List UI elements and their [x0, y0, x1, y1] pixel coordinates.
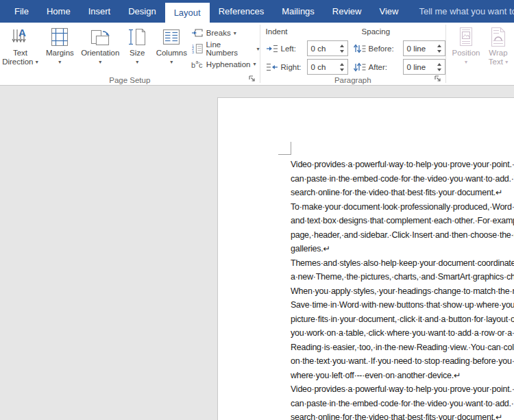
document-line: Video·provides·a·powerful·way·to·help·yo…: [291, 158, 514, 172]
document-page[interactable]: Video·provides·a·powerful·way·to·help·yo…: [217, 97, 514, 420]
columns-label: Columns: [156, 49, 187, 57]
spinner-down-icon[interactable]: [340, 50, 344, 53]
chevron-down-icon: ▾: [136, 59, 138, 65]
spacing-before-label: Before:: [369, 45, 394, 53]
spinner-down-icon[interactable]: [437, 50, 441, 53]
wrap-text-button[interactable]: Wrap Text ▾: [482, 23, 514, 72]
spacing-before-spinner[interactable]: [435, 45, 445, 53]
document-canvas[interactable]: Video·provides·a·powerful·way·to·help·yo…: [0, 86, 514, 420]
paragraph-dialog-launcher-icon[interactable]: [434, 75, 442, 83]
indent-section-header: Indent: [266, 27, 348, 36]
spacing-after-labelcell: After:: [354, 59, 397, 75]
margins-button[interactable]: Margins ▾: [40, 23, 79, 72]
tab-file[interactable]: File: [5, 0, 38, 23]
line-numbers-icon: 1 2 3: [191, 43, 204, 54]
indent-left-labelcell: Left:: [266, 40, 302, 56]
tab-mailings[interactable]: Mailings: [273, 0, 323, 23]
line-numbers-label: Line Numbers: [206, 40, 254, 57]
margin-corner-mark: [291, 142, 291, 155]
position-button[interactable]: Position ▾: [450, 23, 482, 72]
document-line: can·paste·in·the·embed·code·for·the·vide…: [291, 397, 514, 411]
tell-me-box[interactable]: Tell me what you want to: [414, 0, 514, 23]
svg-text:A: A: [19, 27, 26, 38]
tab-design[interactable]: Design: [119, 0, 164, 23]
tab-review[interactable]: Review: [323, 0, 371, 23]
tab-view[interactable]: View: [370, 0, 407, 23]
indent-left-icon: [266, 44, 278, 53]
spacing-after-icon: [354, 62, 366, 72]
document-line: and·text·box·designs·that·complement·eac…: [291, 214, 514, 228]
page-setup-small-buttons: Breaks ▾ 1 2 3 Line Numbers ▾: [191, 23, 260, 72]
spinner-up-icon[interactable]: [437, 45, 441, 47]
position-icon: [457, 27, 475, 47]
tab-home[interactable]: Home: [38, 0, 79, 23]
group-arrange: Position ▾ Wrap Text ▾: [446, 23, 514, 85]
position-label: Position: [452, 49, 480, 57]
document-line: on·the·text·you·want.·If·you·need·to·sto…: [291, 354, 514, 369]
indent-left-field[interactable]: 0 ch: [307, 40, 348, 56]
spacing-before-field[interactable]: 0 line: [403, 40, 445, 56]
spinner-up-icon[interactable]: [340, 63, 344, 66]
spacing-after-spinner[interactable]: [435, 63, 445, 71]
document-line: where·you·left·off·--·even·on·another·de…: [291, 369, 514, 383]
page-setup-dialog-launcher-icon[interactable]: [248, 75, 256, 83]
group-label-page-setup: Page Setup: [0, 76, 260, 84]
hyphenation-button[interactable]: b a- c Hyphenation ▾: [191, 57, 260, 73]
size-icon: [128, 27, 147, 47]
hyphenation-label: Hyphenation: [206, 60, 251, 69]
margin-corner-mark: [278, 154, 291, 155]
indent-right-spinner[interactable]: [338, 63, 347, 71]
size-button[interactable]: Size ▾: [121, 23, 154, 72]
indent-left-value[interactable]: 0 ch: [308, 45, 338, 53]
ribbon-layout-tab-content: A Text Direction ▾: [0, 23, 514, 86]
chevron-down-icon: ▾: [170, 59, 173, 65]
document-line: Reading·is·easier,·too,·in·the·new·Readi…: [291, 341, 514, 355]
spacing-before-labelcell: Before:: [354, 40, 397, 56]
spacing-before-value[interactable]: 0 line: [404, 45, 435, 53]
document-line: Video·provides·a·powerful·way·to·help·yo…: [291, 382, 514, 397]
document-line: When·you·apply·styles,·your·headings·cha…: [291, 284, 514, 299]
spinner-up-icon[interactable]: [437, 63, 441, 66]
indent-right-icon: [266, 62, 278, 72]
line-numbers-button[interactable]: 1 2 3 Line Numbers ▾: [191, 41, 260, 57]
chevron-down-icon: ▾: [505, 59, 508, 65]
columns-icon: [162, 28, 181, 46]
columns-button[interactable]: Columns ▾: [154, 23, 190, 72]
chevron-down-icon: ▾: [99, 59, 101, 65]
margins-label: Margins: [46, 49, 74, 57]
spacing-after-label: After:: [369, 63, 387, 71]
spacing-after-value[interactable]: 0 line: [404, 63, 435, 71]
chevron-down-icon: ▾: [257, 46, 260, 52]
orientation-button[interactable]: Orientation ▾: [79, 23, 121, 72]
ribbon-tab-bar: File Home Insert Design Layout Reference…: [0, 0, 514, 23]
document-line: galleries.↵: [291, 242, 514, 256]
tab-references[interactable]: References: [210, 0, 273, 23]
svg-text:b: b: [191, 61, 195, 69]
spinner-up-icon[interactable]: [340, 45, 344, 47]
document-line: Save·time·in·Word·with·new·buttons·that·…: [291, 298, 514, 312]
indent-left-spinner[interactable]: [338, 45, 347, 53]
spinner-down-icon[interactable]: [437, 69, 441, 71]
wrap-text-label-2: Text: [489, 58, 503, 66]
document-line: To·make·your·document·look·professionall…: [291, 200, 514, 214]
breaks-button[interactable]: Breaks ▾: [191, 25, 260, 41]
indent-right-label: Right:: [281, 63, 302, 71]
text-direction-label-2: Direction: [2, 58, 33, 66]
group-label-paragraph: Paragraph: [260, 76, 445, 84]
text-direction-icon: A: [10, 27, 29, 47]
document-text[interactable]: Video·provides·a·powerful·way·to·help·yo…: [291, 158, 514, 420]
indent-right-value[interactable]: 0 ch: [308, 63, 338, 71]
indent-right-labelcell: Right:: [266, 59, 302, 75]
spinner-down-icon[interactable]: [340, 69, 344, 71]
orientation-label: Orientation: [81, 49, 119, 57]
breaks-icon: [191, 27, 204, 38]
text-direction-button[interactable]: A Text Direction ▾: [0, 23, 40, 72]
spacing-after-field[interactable]: 0 line: [403, 59, 445, 75]
tab-insert[interactable]: Insert: [79, 0, 120, 23]
tell-me-label: Tell me what you want to: [419, 6, 514, 16]
document-line: search·online·for·the·video·that·best·fi…: [291, 186, 514, 200]
indent-right-field[interactable]: 0 ch: [307, 59, 348, 75]
tab-layout[interactable]: Layout: [165, 3, 210, 23]
svg-text:c: c: [199, 61, 203, 69]
document-line: picture·fits·in·your·document,·click·it·…: [291, 312, 514, 327]
